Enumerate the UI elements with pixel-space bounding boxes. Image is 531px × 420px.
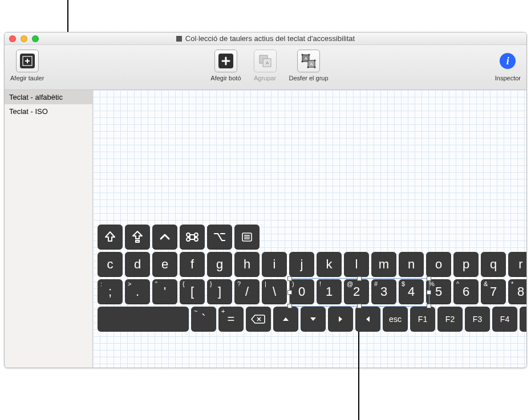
key-c[interactable]: c bbox=[98, 252, 123, 277]
minimize-window-button[interactable] bbox=[21, 35, 27, 42]
control-key[interactable] bbox=[152, 225, 177, 250]
key-F[interactable]: F bbox=[520, 307, 526, 332]
svg-text:A: A bbox=[305, 56, 307, 60]
key-F4[interactable]: F4 bbox=[492, 307, 517, 332]
ungroup-button[interactable]: A A Desfer el grup bbox=[289, 50, 329, 81]
key-1[interactable]: !1 bbox=[317, 279, 342, 304]
up-key[interactable] bbox=[273, 307, 298, 332]
svg-text:A: A bbox=[310, 62, 313, 66]
list-key[interactable] bbox=[234, 225, 260, 250]
key-esc[interactable]: esc bbox=[383, 307, 408, 332]
option-key[interactable] bbox=[207, 225, 232, 250]
svg-point-10 bbox=[302, 61, 303, 63]
key-F2[interactable]: F2 bbox=[437, 307, 463, 332]
key-m[interactable]: m bbox=[371, 252, 396, 277]
key-\[interactable]: |\ bbox=[262, 279, 287, 304]
callout-line-bottom bbox=[358, 332, 359, 420]
key-l[interactable]: l bbox=[344, 252, 369, 277]
keyboard-panel: cdefghijklmnopqr :;>."'{[}]?/|\)0!1@2#3$… bbox=[98, 225, 526, 334]
sidebar-item-iso[interactable]: Teclat - ISO bbox=[5, 104, 92, 119]
key-n[interactable]: n bbox=[399, 252, 424, 277]
down-key[interactable] bbox=[301, 307, 326, 332]
key-r[interactable]: r bbox=[508, 252, 526, 277]
key-5[interactable]: %5 bbox=[426, 279, 451, 304]
right-key[interactable] bbox=[328, 307, 353, 332]
svg-rect-14 bbox=[136, 240, 139, 242]
svg-text:A: A bbox=[266, 60, 269, 66]
key-k[interactable]: k bbox=[317, 252, 342, 277]
group-button[interactable]: A Agrupar bbox=[254, 50, 277, 81]
key-3[interactable]: #3 bbox=[371, 279, 396, 304]
svg-point-8 bbox=[302, 54, 303, 56]
document-proxy-icon bbox=[176, 36, 182, 42]
key-0[interactable]: )0 bbox=[289, 279, 314, 304]
key-g[interactable]: g bbox=[207, 252, 232, 277]
close-window-button[interactable] bbox=[9, 35, 16, 42]
ungroup-icon: A A bbox=[301, 53, 317, 69]
info-icon: i bbox=[500, 53, 516, 69]
key-2[interactable]: @2 bbox=[344, 279, 369, 304]
svg-point-12 bbox=[314, 67, 316, 68]
key-`[interactable]: ~` bbox=[191, 307, 216, 332]
key-8[interactable]: *8 bbox=[508, 279, 526, 304]
key-d[interactable]: d bbox=[125, 252, 150, 277]
key-'[interactable]: "' bbox=[152, 279, 177, 304]
add-panel-button[interactable]: Afegir tauler bbox=[10, 50, 44, 81]
key-6[interactable]: ^6 bbox=[453, 279, 479, 304]
key-f[interactable]: f bbox=[180, 252, 205, 277]
key-F1[interactable]: F1 bbox=[410, 307, 435, 332]
group-icon: A bbox=[257, 53, 273, 69]
sidebar-item-alphabetic[interactable]: Teclat - alfabètic bbox=[5, 90, 92, 104]
inspector-button[interactable]: i Inspector bbox=[495, 50, 521, 81]
zoom-window-button[interactable] bbox=[32, 35, 39, 42]
key-p[interactable]: p bbox=[453, 252, 479, 277]
delete-key[interactable] bbox=[246, 307, 271, 332]
toolbar: Afegir tauler Afegir botó A Agrupar bbox=[5, 45, 526, 90]
key-q[interactable]: q bbox=[481, 252, 506, 277]
space-key[interactable] bbox=[98, 307, 189, 332]
key-7[interactable]: &7 bbox=[481, 279, 506, 304]
svg-point-11 bbox=[314, 60, 316, 62]
sidebar: Teclat - alfabètic Teclat - ISO bbox=[5, 90, 93, 368]
key-/[interactable]: ?/ bbox=[234, 279, 260, 304]
editor-canvas[interactable]: cdefghijklmnopqr :;>."'{[}]?/|\)0!1@2#3$… bbox=[93, 90, 526, 368]
svg-point-9 bbox=[309, 54, 310, 56]
key-4[interactable]: $4 bbox=[399, 279, 424, 304]
key-F3[interactable]: F3 bbox=[465, 307, 490, 332]
key-;[interactable]: :; bbox=[98, 279, 123, 304]
key-e[interactable]: e bbox=[152, 252, 177, 277]
shift-lock-key[interactable] bbox=[125, 225, 150, 250]
add-button-button[interactable]: Afegir botó bbox=[210, 50, 241, 81]
key-=[interactable]: += bbox=[218, 307, 244, 332]
left-key[interactable] bbox=[355, 307, 380, 332]
command-key[interactable] bbox=[180, 225, 205, 250]
key-j[interactable]: j bbox=[289, 252, 314, 277]
key-o[interactable]: o bbox=[426, 252, 451, 277]
key-][interactable]: }] bbox=[207, 279, 232, 304]
key-[[interactable]: {[ bbox=[180, 279, 205, 304]
titlebar: Col·lecció de taulers actius del teclat … bbox=[5, 32, 526, 45]
add-panel-icon bbox=[20, 54, 35, 68]
key-i[interactable]: i bbox=[262, 252, 287, 277]
app-window: Col·lecció de taulers actius del teclat … bbox=[4, 32, 527, 368]
shift-key[interactable] bbox=[98, 225, 123, 250]
key-h[interactable]: h bbox=[234, 252, 260, 277]
key-.[interactable]: >. bbox=[125, 279, 150, 304]
add-button-icon bbox=[218, 54, 233, 68]
svg-point-13 bbox=[307, 67, 309, 68]
window-title: Col·lecció de taulers actius del teclat … bbox=[185, 34, 355, 43]
